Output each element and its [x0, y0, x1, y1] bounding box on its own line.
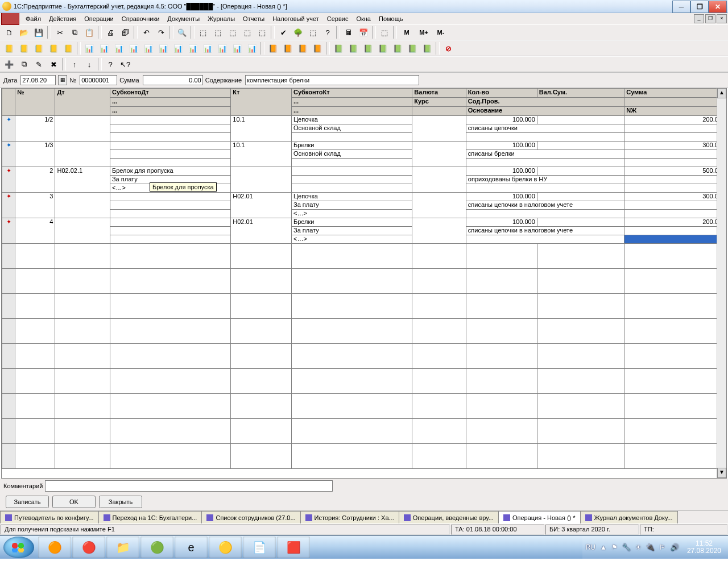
ref-icon[interactable]: 📗: [332, 41, 345, 55]
menu-documents[interactable]: Документы: [163, 14, 204, 23]
col-empty[interactable]: [624, 98, 724, 107]
scroll-track[interactable]: [717, 98, 726, 468]
new-icon[interactable]: 🗋: [2, 26, 16, 39]
help-icon[interactable]: ?: [321, 26, 334, 39]
report-icon[interactable]: 📊: [82, 41, 96, 55]
check-icon[interactable]: ✔: [276, 26, 290, 39]
col-basis[interactable]: Основание: [466, 107, 624, 116]
taskbar-item[interactable]: 🟢: [140, 537, 173, 558]
find-icon[interactable]: 🔍: [175, 26, 189, 39]
ref-icon[interactable]: 📙: [311, 41, 324, 55]
report-icon[interactable]: 📊: [186, 41, 200, 55]
report-icon[interactable]: 📊: [171, 41, 185, 55]
table-row[interactable]: ✦1/310.1Брелки100.000300.00: [2, 142, 724, 150]
mdi-close-button[interactable]: ×: [717, 14, 727, 23]
open-icon[interactable]: 📂: [17, 26, 31, 39]
window-close-button[interactable]: ✕: [709, 1, 727, 13]
table-row[interactable]: Основной складсписаны брелки: [2, 150, 724, 159]
tray-lang[interactable]: RU: [586, 543, 595, 551]
col-sum[interactable]: Сумма: [624, 89, 724, 98]
tray-flag-icon[interactable]: 🏳: [659, 543, 666, 551]
ref-icon[interactable]: 📗: [420, 41, 434, 55]
move-down-icon[interactable]: ↓: [82, 57, 96, 71]
tool-icon[interactable]: ⬚: [226, 26, 239, 39]
menu-journals[interactable]: Журналы: [204, 14, 239, 23]
preview-icon[interactable]: 🗐: [118, 26, 132, 39]
col-subdt-sub2[interactable]: ...: [110, 107, 230, 116]
col-marker[interactable]: [2, 89, 15, 116]
taskbar-item[interactable]: 🟠: [38, 537, 71, 558]
tool-icon[interactable]: ⬚: [378, 26, 391, 39]
taskbar-item[interactable]: 🟡: [209, 537, 242, 558]
col-dt[interactable]: Дт: [55, 89, 110, 116]
mdi-restore-button[interactable]: ❐: [705, 14, 715, 23]
ref-icon[interactable]: 📗: [346, 41, 360, 55]
tool-icon[interactable]: ⬚: [196, 26, 210, 39]
col-sodprov[interactable]: Сод.Пров.: [466, 98, 624, 107]
ref-icon[interactable]: 📙: [266, 41, 280, 55]
col-nj[interactable]: NЖ: [624, 107, 724, 116]
ref-icon[interactable]: 📗: [391, 41, 404, 55]
tray-icon[interactable]: 🔧: [622, 543, 631, 551]
col-valsum[interactable]: Вал.Сум.: [537, 89, 624, 98]
mdi-tab[interactable]: История: Сотрудники : Ха...: [300, 511, 399, 523]
menu-reports[interactable]: Отчеты: [239, 14, 268, 23]
mdi-tab[interactable]: Путеводитель по конфигу...: [0, 511, 99, 523]
col-qty[interactable]: Кол-во: [466, 89, 537, 98]
col-subkt[interactable]: СубконтоКт: [291, 89, 412, 98]
table-row[interactable]: Основной складсписаны цепочки: [2, 124, 724, 133]
table-row[interactable]: ✦3Н02.01Цепочка100.000300.00: [2, 193, 724, 201]
tool-icon[interactable]: ⬚: [255, 26, 269, 39]
report-icon[interactable]: 📊: [112, 41, 126, 55]
report-icon[interactable]: 📊: [245, 41, 259, 55]
tree-icon[interactable]: 🌳: [291, 26, 305, 39]
table-row-empty[interactable]: [2, 344, 724, 369]
col-subkt-sub[interactable]: ...: [291, 98, 412, 107]
row-edit-icon[interactable]: ✎: [32, 57, 46, 71]
taskbar-item[interactable]: 📁: [106, 537, 139, 558]
row-delete-icon[interactable]: ✖: [47, 57, 60, 71]
num-input[interactable]: [80, 75, 117, 85]
tray-volume-icon[interactable]: 🔊: [671, 543, 679, 551]
postings-grid[interactable]: № Дт СубконтоДт Кт СубконтоКт Валюта Кол…: [1, 88, 727, 479]
table-row-empty[interactable]: [2, 369, 724, 394]
system-menu-icon[interactable]: [1, 13, 19, 25]
report-icon[interactable]: 📊: [142, 41, 155, 55]
table-row[interactable]: <…>: [2, 184, 724, 193]
journal-icon[interactable]: 📒: [61, 41, 75, 55]
taskbar-item[interactable]: e: [175, 537, 208, 558]
col-subdt-sub[interactable]: ...: [110, 98, 230, 107]
table-row[interactable]: [2, 159, 724, 167]
table-row-empty[interactable]: [2, 294, 724, 319]
row-new-icon[interactable]: ➕: [2, 57, 16, 71]
table-row[interactable]: За платусписаны цепочки в налоговом учет…: [2, 227, 724, 235]
report-icon[interactable]: 📊: [156, 41, 170, 55]
memory-mminus-button[interactable]: M-: [433, 26, 449, 39]
table-row-empty[interactable]: [2, 444, 724, 469]
ref-icon[interactable]: 📗: [361, 41, 375, 55]
journal-icon[interactable]: 📒: [17, 41, 31, 55]
menu-windows[interactable]: Окна: [352, 14, 375, 23]
calendar-icon[interactable]: 📅: [357, 26, 370, 39]
col-rate[interactable]: Курс: [412, 98, 466, 107]
vertical-scrollbar[interactable]: ▲ ▼: [717, 88, 726, 478]
report-icon[interactable]: 📊: [201, 41, 214, 55]
tray-icon[interactable]: ⚑: [611, 543, 618, 551]
start-button[interactable]: [3, 537, 34, 558]
scroll-down-button[interactable]: ▼: [717, 468, 726, 478]
cut-icon[interactable]: ✂: [53, 26, 67, 39]
menu-references[interactable]: Справочники: [118, 14, 164, 23]
paste-icon[interactable]: 📋: [82, 26, 96, 39]
menu-file[interactable]: Файл: [22, 14, 45, 23]
taskbar-item[interactable]: 🔴: [72, 537, 105, 558]
menu-actions[interactable]: Действия: [45, 14, 80, 23]
scroll-up-button[interactable]: ▲: [717, 88, 726, 98]
report-icon[interactable]: 📊: [97, 41, 111, 55]
ref-icon[interactable]: 📗: [376, 41, 390, 55]
report-icon[interactable]: 📊: [127, 41, 140, 55]
pointer-help-icon[interactable]: ↖?: [118, 57, 132, 71]
write-button[interactable]: Записать: [6, 496, 49, 508]
menu-operations[interactable]: Операции: [80, 14, 117, 23]
taskbar-item[interactable]: 🟥: [277, 537, 310, 558]
copy-icon[interactable]: ⧉: [68, 26, 81, 39]
